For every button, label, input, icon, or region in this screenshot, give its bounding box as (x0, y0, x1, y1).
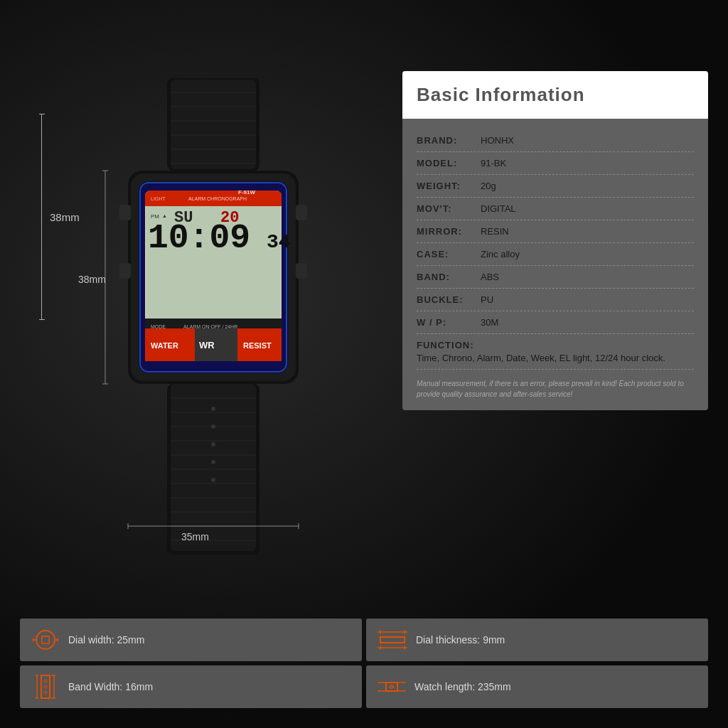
info-panel-body: BRAND:HONHXMODEL:91-BKWEIGHT:20gMOV'T:DI… (402, 119, 708, 410)
dial-thickness-label: Dial thickness: 9mm (416, 634, 505, 646)
svg-point-54 (211, 442, 215, 446)
info-row-9: FUNCTION:Time, Chrono, Alarm, Date, Week… (417, 334, 694, 370)
info-value-1: 91-BK (481, 158, 694, 168)
info-row-1: MODEL:91-BK (417, 152, 694, 175)
watch-length-bar: Watch length: 235mm (366, 665, 708, 708)
band-width-bar: Band Width: 16mm (20, 665, 362, 708)
info-label-2: WEIGHT: (417, 181, 481, 191)
info-value-6: ABS (481, 272, 694, 282)
svg-rect-10 (119, 205, 131, 220)
info-row-5: CASE:Zinc alloy (417, 243, 694, 266)
svg-text:10:09: 10:09 (148, 219, 250, 257)
info-value-2: 20g (481, 181, 694, 191)
info-label-6: BAND: (417, 272, 481, 282)
svg-text:34: 34 (267, 231, 291, 253)
svg-rect-78 (41, 675, 50, 698)
info-label-0: BRAND: (417, 135, 481, 146)
info-row-6: BAND:ABS (417, 266, 694, 289)
info-row-8: W / P:30M (417, 311, 694, 334)
svg-text:35mm: 35mm (181, 531, 209, 542)
dial-thickness-bar: Dial thickness: 9mm (366, 619, 708, 661)
svg-text:MODE: MODE (151, 324, 166, 329)
svg-rect-11 (119, 263, 131, 279)
bottom-measurement-bars: Dial width: 25mm Dial thickness: 9mm (20, 619, 708, 708)
info-value-8: 30M (481, 317, 694, 328)
svg-point-65 (36, 631, 55, 649)
info-value-3: DIGITAL (481, 203, 694, 214)
svg-text:ALARM CHRONOGRAPH: ALARM CHRONOGRAPH (188, 196, 247, 201)
svg-rect-1 (171, 80, 256, 169)
svg-point-56 (211, 478, 215, 482)
info-row-3: MOV'T:DIGITAL (417, 198, 694, 220)
svg-text:WR: WR (199, 340, 215, 350)
info-label-8: W / P: (417, 317, 481, 328)
svg-rect-71 (380, 637, 405, 643)
svg-point-86 (44, 685, 47, 688)
info-label-4: MIRROR: (417, 226, 481, 237)
svg-rect-70 (42, 636, 49, 643)
info-panel-header: Basic Information (402, 71, 708, 119)
disclaimer: Manual measurement, if there is an error… (417, 378, 694, 400)
svg-text:RESIST: RESIST (243, 341, 272, 350)
svg-point-87 (44, 691, 47, 694)
svg-point-93 (390, 685, 393, 688)
info-label-5: CASE: (417, 249, 481, 259)
svg-point-85 (44, 680, 47, 682)
dial-width-icon (31, 627, 60, 653)
dial-thickness-icon (378, 630, 407, 650)
svg-rect-13 (296, 263, 307, 279)
info-row-7: BUCKLE:PU (417, 289, 694, 311)
v-measure-line (41, 114, 42, 320)
info-value-9: Time, Chrono, Alarm, Date, Week, EL ligh… (417, 353, 665, 363)
svg-rect-12 (296, 205, 307, 220)
info-panel: Basic Information BRAND:HONHXMODEL:91-BK… (402, 71, 708, 410)
info-row-4: MIRROR:RESIN (417, 220, 694, 243)
watch-svg: LIGHT ALARM CHRONOGRAPH F-91W PM ▲ SU 20… (57, 71, 370, 569)
svg-text:WATER: WATER (151, 341, 178, 350)
info-label-9: FUNCTION: (417, 340, 481, 350)
panel-title: Basic Information (417, 84, 694, 106)
info-value-7: PU (481, 294, 694, 305)
info-row-2: WEIGHT:20g (417, 175, 694, 198)
svg-rect-88 (386, 682, 397, 691)
dial-width-bar: Dial width: 25mm (20, 619, 362, 661)
svg-point-55 (211, 460, 215, 464)
info-value-5: Zinc alloy (481, 249, 694, 259)
svg-text:LIGHT: LIGHT (151, 196, 166, 201)
watch-length-icon (378, 674, 406, 700)
band-width-label: Band Width: 16mm (68, 681, 153, 692)
info-label-7: BUCKLE: (417, 294, 481, 305)
svg-text:F-91W: F-91W (238, 189, 255, 196)
info-label-3: MOV'T: (417, 203, 481, 214)
svg-text:38mm: 38mm (78, 274, 106, 285)
info-label-1: MODEL: (417, 158, 481, 168)
svg-point-52 (211, 407, 215, 411)
watch-length-label: Watch length: 235mm (414, 681, 511, 692)
svg-text:▲: ▲ (162, 213, 167, 218)
band-width-icon (31, 674, 60, 700)
info-row-0: BRAND:HONHX (417, 129, 694, 152)
info-value-0: HONHX (481, 135, 694, 146)
info-value-4: RESIN (481, 226, 694, 237)
svg-point-53 (211, 424, 215, 429)
dial-width-label: Dial width: 25mm (68, 634, 144, 646)
svg-text:ALARM  ON·OFF / 24HR: ALARM ON·OFF / 24HR (183, 324, 237, 329)
